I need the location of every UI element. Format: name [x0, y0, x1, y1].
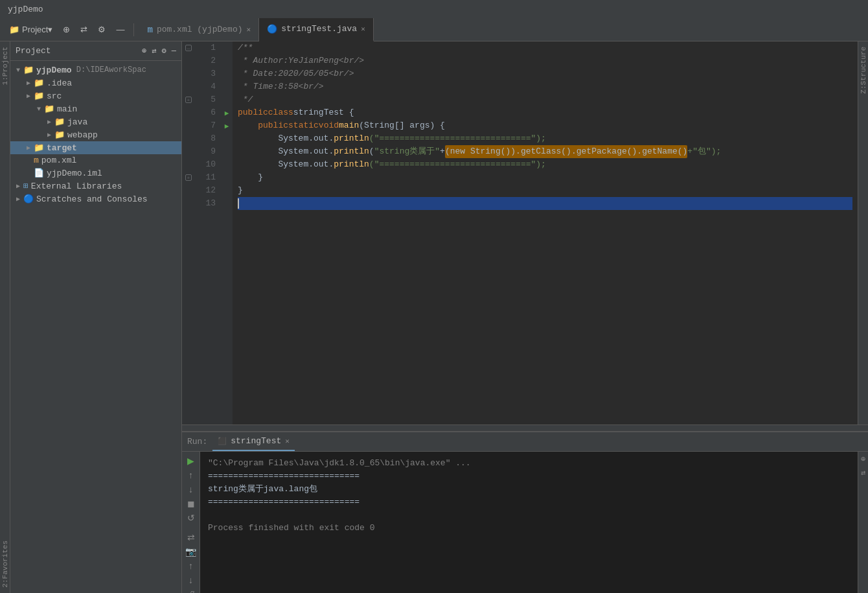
- run-panel-header: Run: ⬛ stringTest ✕: [182, 432, 868, 452]
- title-bar: yjpDemo: [0, 0, 868, 18]
- src-folder-icon: 📁: [34, 91, 44, 101]
- toolbar-sync-btn[interactable]: ⇄: [76, 23, 91, 36]
- tree-arrow-main: ▼: [34, 106, 44, 113]
- project-panel: Project ⊕ ⇄ ⚙ — ▼ 📁 yjpDemo D:\IDEAworkS…: [10, 41, 182, 593]
- code-token: * Time:8:58<br/>: [238, 80, 324, 93]
- gutter-7: [182, 119, 195, 132]
- tree-label-target: target: [47, 143, 77, 153]
- run-screenshot-btn[interactable]: 📷: [184, 546, 198, 557]
- gutter-5: +: [182, 93, 195, 106]
- run-down-btn[interactable]: ↓: [184, 484, 198, 494]
- run-sync-btn[interactable]: ⇄: [184, 532, 198, 542]
- toolbar-minimize-btn[interactable]: —: [112, 23, 128, 36]
- rm-2: [221, 54, 233, 67]
- tree-item-java[interactable]: ▶ 📁 java: [10, 115, 181, 128]
- tab-stringtest-icon: 🔵: [267, 24, 277, 34]
- tree-item-webapp[interactable]: ▶ 📁 webapp: [10, 128, 181, 141]
- code-token: stringTest {: [293, 106, 354, 119]
- tab-pom-icon: m: [147, 25, 152, 35]
- tab-stringtest-label: stringTest.java: [281, 24, 357, 34]
- tree-arrow-ext: ▶: [13, 182, 23, 190]
- tab-stringtest-close[interactable]: ✕: [361, 25, 365, 33]
- code-line-2: * Author:YeJianPeng<br/>: [238, 54, 852, 67]
- run-stop-btn[interactable]: ◼: [184, 498, 198, 509]
- toolbar-settings-btn[interactable]: ⚙: [94, 23, 109, 36]
- run-scroll-down-btn[interactable]: ↓: [184, 575, 198, 585]
- tree-item-root[interactable]: ▼ 📁 yjpDemo D:\IDEAworkSpac: [10, 64, 181, 76]
- project-panel-header: Project ⊕ ⇄ ⚙ —: [10, 41, 181, 61]
- bottom-strip: ⊕ ⇄: [858, 452, 868, 593]
- run-tab-stringtest[interactable]: ⬛ stringTest ✕: [212, 432, 295, 451]
- run-play-btn[interactable]: ▶: [184, 456, 198, 466]
- project-dropdown-btn[interactable]: 📁 Project▾: [5, 23, 56, 36]
- run-tab-close[interactable]: ✕: [285, 437, 290, 445]
- fold-btn-5[interactable]: +: [185, 97, 192, 103]
- code-line-13[interactable]: [238, 197, 852, 210]
- tree-label-pom: pom.xml: [41, 156, 77, 165]
- tree-item-target[interactable]: ▶ 📁 target: [10, 141, 181, 154]
- code-token: }: [238, 171, 263, 184]
- panel-close-icon[interactable]: —: [172, 47, 176, 56]
- gutter-10: [182, 158, 195, 171]
- folder-icon: 📁: [9, 25, 19, 34]
- sidebar-label-project[interactable]: 1:Project: [0, 41, 10, 90]
- run-line-eq2: ==============================: [208, 496, 850, 509]
- fold-btn-11[interactable]: +: [185, 174, 192, 181]
- rm-7[interactable]: ▶: [221, 119, 233, 132]
- tree-item-ext-libs[interactable]: ▶ ⊞ External Libraries: [10, 180, 181, 192]
- run-panel: Run: ⬛ stringTest ✕ ▶ ↑ ↓ ◼ ↺ ⇄ 📷 ↑: [182, 431, 868, 593]
- gutter-1: —: [182, 41, 195, 54]
- tree-label-iml: yjpDemo.iml: [47, 169, 102, 178]
- run-line-eq1: ==============================: [208, 470, 850, 483]
- code-token: "string类属于": [374, 145, 440, 158]
- panel-sync-icon[interactable]: ⇄: [152, 46, 156, 56]
- main-folder-icon: 📁: [44, 104, 54, 114]
- ln-12: 12: [195, 184, 216, 197]
- tree-label-idea: .idea: [47, 78, 72, 88]
- code-line-12: }: [238, 184, 852, 197]
- panel-add-icon[interactable]: ⊕: [142, 46, 146, 56]
- bottom-strip-icon-1[interactable]: ⊕: [861, 454, 865, 464]
- run-line-blank: [208, 509, 850, 522]
- tree-item-idea[interactable]: ▶ 📁 .idea: [10, 76, 181, 89]
- code-line-10: System.out. println ("==================…: [238, 158, 852, 171]
- sidebar-label-favorites[interactable]: 2:Favorites: [0, 535, 10, 593]
- code-line-5: */: [238, 93, 852, 106]
- tree-item-src[interactable]: ▶ 📁 src: [10, 89, 181, 102]
- code-token: public: [238, 106, 268, 119]
- fold-btn-1[interactable]: —: [185, 45, 192, 51]
- tree-item-pom[interactable]: ▶ m pom.xml: [10, 154, 181, 167]
- rm-6[interactable]: ▶: [221, 106, 233, 119]
- bottom-strip-icon-2[interactable]: ⇄: [861, 468, 865, 478]
- gutter-4: [182, 80, 195, 93]
- code-content[interactable]: /** * Author:YeJianPeng<br/> * Date:2020…: [233, 41, 858, 424]
- tree-arrow-idea: ▶: [23, 79, 34, 87]
- code-token: println: [334, 145, 369, 158]
- app-title: yjpDemo: [8, 5, 43, 14]
- root-folder-icon: 📁: [23, 65, 34, 75]
- code-token: +: [440, 145, 445, 158]
- ln-1: 1: [195, 41, 216, 54]
- main-area: 1:Project 2:Favorites Project ⊕ ⇄ ⚙ — ▼ …: [0, 41, 868, 593]
- tab-stringtest[interactable]: 🔵 stringTest.java ✕: [259, 18, 374, 41]
- code-editor[interactable]: — + + 1 2 3 4 5 6: [182, 41, 868, 424]
- code-token: System.out.: [238, 145, 334, 158]
- run-scroll-up-btn[interactable]: ↑: [184, 561, 198, 571]
- gutter-2: [182, 54, 195, 67]
- code-token: ("==============================");: [369, 132, 546, 145]
- toolbar-add-btn[interactable]: ⊕: [59, 23, 74, 36]
- tree-item-main[interactable]: ▼ 📁 main: [10, 102, 181, 115]
- tab-pom[interactable]: m pom.xml (yjpDemo) ✕: [139, 18, 259, 41]
- run-up-btn[interactable]: ↑: [184, 470, 198, 480]
- horizontal-scrollbar[interactable]: [182, 424, 868, 431]
- tree-label-java: java: [67, 117, 87, 127]
- run-restart-btn[interactable]: ↺: [184, 513, 198, 523]
- code-line-11: }: [238, 171, 852, 184]
- ln-10: 10: [195, 158, 216, 171]
- run-print-btn[interactable]: 🖨: [184, 589, 198, 593]
- sidebar-label-structure[interactable]: Z:Structure: [858, 41, 869, 99]
- tab-pom-close[interactable]: ✕: [247, 25, 251, 34]
- panel-settings-icon[interactable]: ⚙: [162, 46, 166, 56]
- tree-item-scratches[interactable]: ▶ 🔵 Scratches and Consoles: [10, 192, 181, 205]
- tree-item-iml[interactable]: ▶ 📄 yjpDemo.iml: [10, 167, 181, 180]
